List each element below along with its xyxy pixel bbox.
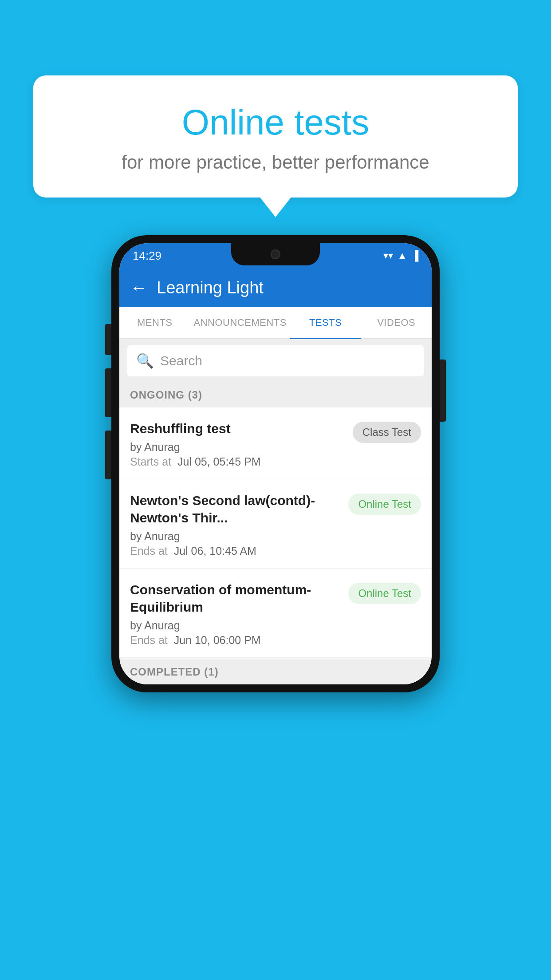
test-name-2: Conservation of momentum-Equilibrium xyxy=(130,581,341,616)
promo-title: Online tests xyxy=(55,102,496,143)
test-item-1[interactable]: Newton's Second law(contd)-Newton's Thir… xyxy=(119,479,432,569)
test-item-0[interactable]: Reshuffling test by Anurag Starts at Jul… xyxy=(119,407,432,479)
completed-label: COMPLETED (1) xyxy=(130,666,219,678)
test-author-2: by Anurag xyxy=(130,619,341,632)
completed-section-header: COMPLETED (1) xyxy=(119,660,432,684)
test-info-1: Newton's Second law(contd)-Newton's Thir… xyxy=(130,492,341,557)
test-info-2: Conservation of momentum-Equilibrium by … xyxy=(130,581,341,647)
tabs-bar: MENTS ANNOUNCEMENTS TESTS VIDEOS xyxy=(119,307,432,339)
test-time-1: Ends at Jul 06, 10:45 AM xyxy=(130,545,341,557)
back-button[interactable]: ← xyxy=(130,278,148,298)
tab-videos[interactable]: VIDEOS xyxy=(361,307,432,338)
badge-0: Class Test xyxy=(353,422,421,443)
promo-subtitle: for more practice, better performance xyxy=(55,152,496,173)
badge-1: Online Test xyxy=(348,494,421,515)
tab-ments[interactable]: MENTS xyxy=(119,307,190,338)
app-header: ← Learning Light xyxy=(119,268,432,307)
tab-tests[interactable]: TESTS xyxy=(290,307,361,338)
test-item-2[interactable]: Conservation of momentum-Equilibrium by … xyxy=(119,569,432,658)
badge-2: Online Test xyxy=(348,583,421,604)
phone-power-button xyxy=(440,360,446,422)
phone-notch xyxy=(231,243,320,265)
signal-icon: ▲ xyxy=(398,250,407,261)
test-name-0: Reshuffling test xyxy=(130,420,346,437)
phone-frame: 14:29 ▾▾ ▲ ▐ ← Learning Light MENTS ANNO… xyxy=(111,235,440,692)
promo-card: Online tests for more practice, better p… xyxy=(33,75,518,198)
status-time: 14:29 xyxy=(133,249,161,263)
status-icons: ▾▾ ▲ ▐ xyxy=(383,250,418,261)
search-icon: 🔍 xyxy=(136,352,154,369)
test-author-1: by Anurag xyxy=(130,530,341,543)
battery-icon: ▐ xyxy=(411,250,418,261)
ongoing-label: ONGOING (3) xyxy=(130,389,202,401)
wifi-icon: ▾▾ xyxy=(383,250,393,261)
test-time-0: Starts at Jul 05, 05:45 PM xyxy=(130,455,346,468)
phone-extra-button xyxy=(105,431,111,479)
phone-wrapper: 14:29 ▾▾ ▲ ▐ ← Learning Light MENTS ANNO… xyxy=(111,235,440,692)
test-name-1: Newton's Second law(contd)-Newton's Thir… xyxy=(130,492,341,526)
test-author-0: by Anurag xyxy=(130,441,346,454)
phone-camera xyxy=(271,249,280,259)
phone-volume-up-button xyxy=(105,324,111,355)
test-time-2: Ends at Jun 10, 06:00 PM xyxy=(130,634,341,647)
search-container: 🔍 Search xyxy=(119,339,432,383)
search-input[interactable]: Search xyxy=(160,353,202,368)
tab-announcements[interactable]: ANNOUNCEMENTS xyxy=(190,307,290,338)
phone-screen: 14:29 ▾▾ ▲ ▐ ← Learning Light MENTS ANNO… xyxy=(119,243,432,684)
test-info-0: Reshuffling test by Anurag Starts at Jul… xyxy=(130,420,346,468)
search-bar[interactable]: 🔍 Search xyxy=(127,345,424,376)
phone-volume-down-button xyxy=(105,368,111,417)
ongoing-section-header: ONGOING (3) xyxy=(119,383,432,407)
app-title: Learning Light xyxy=(157,278,264,297)
